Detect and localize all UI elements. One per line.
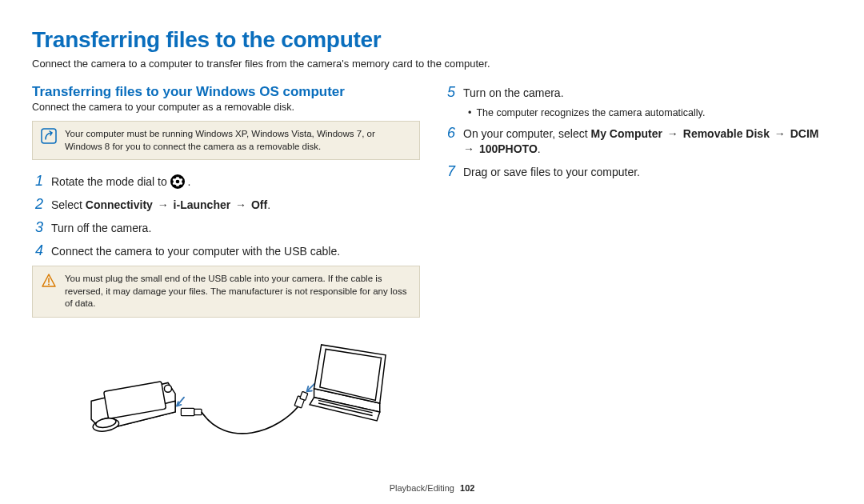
step-5: 5 Turn on the camera. [444,84,832,101]
info-icon [41,128,57,144]
step-7: 7 Drag or save files to your computer. [444,163,832,180]
right-column: 5 Turn on the camera. The computer recog… [444,84,832,442]
section-title: Transferring files to your Windows OS co… [32,84,420,100]
footer-section: Playback/Editing [390,483,454,493]
step-text: Select Connectivity → i-Launcher → Off. [51,198,270,213]
step-2: 2 Select Connectivity → i-Launcher → Off… [32,196,420,213]
svg-point-6 [164,385,171,392]
step-4: 4 Connect the camera to your computer wi… [32,242,420,259]
footer-page-number: 102 [460,483,474,493]
step-text: Rotate the mode dial to . [51,174,190,190]
step-number: 6 [444,125,455,142]
step-3: 3 Turn off the camera. [32,219,420,236]
warning-note-text: You must plug the small end of the USB c… [65,273,411,310]
step-text: Drag or save files to your computer. [463,165,640,180]
camera-to-laptop-illustration [32,330,420,442]
page: Transferring files to the computer Conne… [0,0,864,504]
svg-rect-8 [194,409,201,414]
svg-rect-10 [299,391,307,400]
svg-point-2 [48,284,50,286]
page-title: Transferring files to the computer [32,27,832,53]
warning-note: You must plug the small end of the USB c… [32,266,420,318]
step-6: 6 On your computer, select My Computer →… [444,125,832,157]
step-number: 1 [32,173,43,190]
step-text: Turn on the camera. [463,86,564,101]
settings-dial-icon [170,174,185,189]
svg-rect-7 [181,408,194,415]
section-intro: Connect the camera to your computer as a… [32,102,420,113]
info-note-text: Your computer must be running Windows XP… [65,128,411,153]
page-footer: Playback/Editing 102 [0,483,864,493]
left-column: Transferring files to your Windows OS co… [32,84,420,442]
warning-icon [41,273,57,289]
step-text: Connect the camera to your computer with… [51,244,340,259]
step-number: 4 [32,242,43,259]
svg-rect-0 [42,129,56,143]
step-text: Turn off the camera. [51,221,151,236]
step-text: On your computer, select My Computer → R… [463,126,832,157]
info-note: Your computer must be running Windows XP… [32,121,420,160]
page-intro: Connect the camera to a computer to tran… [32,58,832,70]
step-number: 3 [32,219,43,236]
step-number: 5 [444,84,455,101]
step-number: 7 [444,163,455,180]
two-column-layout: Transferring files to your Windows OS co… [32,84,832,442]
step-5-subtext: The computer recognizes the camera autom… [468,107,832,118]
step-1: 1 Rotate the mode dial to . [32,173,420,190]
step-number: 2 [32,196,43,213]
